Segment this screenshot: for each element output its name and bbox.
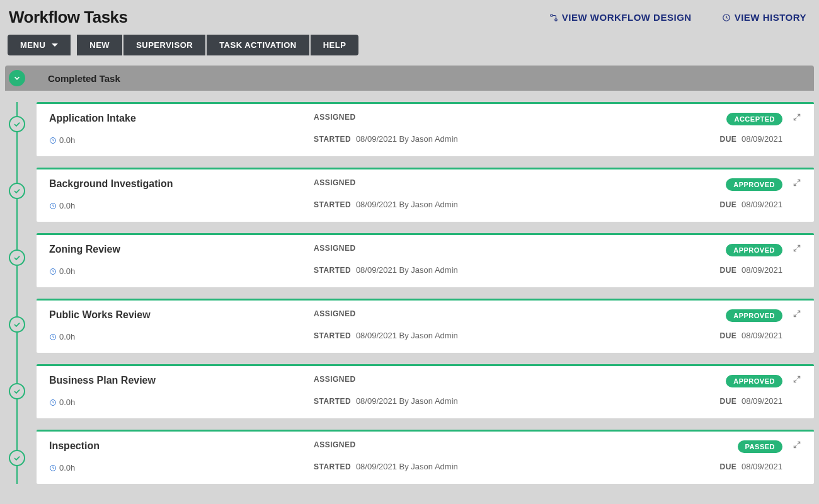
- clock-icon: [49, 464, 57, 472]
- task-marker: [9, 249, 25, 266]
- check-icon: [13, 253, 21, 262]
- expand-icon: [793, 178, 801, 187]
- task-started: STARTED 08/09/2021 By Jason Admin: [314, 462, 656, 474]
- view-history-link[interactable]: VIEW HISTORY: [722, 12, 806, 23]
- expand-icon: [793, 309, 801, 318]
- new-button[interactable]: NEW: [77, 35, 122, 55]
- task-title: Business Plan Review: [49, 375, 314, 390]
- view-workflow-design-link[interactable]: VIEW WORKFLOW DESIGN: [549, 12, 692, 23]
- expand-icon: [793, 244, 801, 253]
- task-duration: 0.0h: [49, 134, 314, 146]
- task-duration: 0.0h: [49, 331, 314, 343]
- task-marker: [9, 383, 25, 399]
- task-card[interactable]: Public Works ReviewASSIGNEDAPPROVED0.0hS…: [37, 299, 814, 353]
- task-duration: 0.0h: [49, 265, 314, 277]
- assigned-label: ASSIGNED: [314, 178, 656, 193]
- status-badge: APPROVED: [726, 375, 782, 390]
- task-duration: 0.0h: [49, 462, 314, 474]
- chevron-down-icon: [52, 43, 58, 47]
- task-card[interactable]: Application IntakeASSIGNEDACCEPTED0.0hST…: [37, 102, 814, 156]
- timeline-line: [16, 102, 18, 484]
- task-started: STARTED 08/09/2021 By Jason Admin: [314, 396, 656, 408]
- task-card[interactable]: Zoning ReviewASSIGNEDAPPROVED0.0hSTARTED…: [37, 233, 814, 287]
- clock-icon: [49, 137, 57, 144]
- clock-icon: [49, 333, 57, 341]
- workflow-icon: [549, 13, 558, 22]
- status-badge: PASSED: [738, 440, 782, 455]
- expand-button[interactable]: [793, 309, 801, 321]
- expand-icon: [793, 113, 801, 122]
- task-due: DUE 08/09/2021: [719, 265, 782, 277]
- task-timeline: Application IntakeASSIGNEDACCEPTED0.0hST…: [5, 102, 814, 484]
- page-title: Workflow Tasks: [9, 8, 128, 27]
- header-links: VIEW WORKFLOW DESIGN VIEW HISTORY: [549, 12, 806, 23]
- assigned-label: ASSIGNED: [314, 113, 656, 128]
- view-history-label: VIEW HISTORY: [735, 12, 806, 23]
- svg-point-0: [551, 14, 553, 16]
- expand-button[interactable]: [793, 244, 801, 255]
- view-workflow-design-label: VIEW WORKFLOW DESIGN: [562, 12, 692, 23]
- task-card[interactable]: Business Plan ReviewASSIGNEDAPPROVED0.0h…: [37, 364, 814, 418]
- help-button[interactable]: HELP: [311, 35, 359, 55]
- section-title: Completed Task: [48, 73, 120, 84]
- task-started: STARTED 08/09/2021 By Jason Admin: [314, 200, 656, 212]
- clock-icon: [49, 202, 57, 210]
- check-icon: [13, 120, 21, 129]
- supervisor-button[interactable]: SUPERVISOR: [123, 35, 205, 55]
- status-badge: APPROVED: [726, 244, 782, 259]
- task-duration: 0.0h: [49, 200, 314, 212]
- task-activation-button[interactable]: TASK ACTIVATION: [207, 35, 309, 55]
- task-title: Zoning Review: [49, 244, 314, 259]
- task-title: Public Works Review: [49, 309, 314, 324]
- task-due: DUE 08/09/2021: [719, 331, 782, 343]
- assigned-label: ASSIGNED: [314, 440, 656, 455]
- task-due: DUE 08/09/2021: [719, 134, 782, 146]
- check-icon: [13, 186, 21, 195]
- status-badge: APPROVED: [726, 309, 782, 324]
- task-title: Inspection: [49, 440, 314, 455]
- assigned-label: ASSIGNED: [314, 309, 656, 324]
- expand-button[interactable]: [793, 178, 801, 190]
- chevron-down-icon: [13, 74, 21, 83]
- page-header: Workflow Tasks VIEW WORKFLOW DESIGN VIEW…: [0, 0, 819, 32]
- task-card[interactable]: Background InvestigationASSIGNEDAPPROVED…: [37, 168, 814, 222]
- expand-button[interactable]: [793, 440, 801, 452]
- task-started: STARTED 08/09/2021 By Jason Admin: [314, 331, 656, 343]
- task-marker: [9, 450, 25, 466]
- menu-label: MENU: [20, 40, 45, 50]
- section-toggle-marker[interactable]: [9, 70, 25, 86]
- clock-icon: [49, 399, 57, 406]
- task-started: STARTED 08/09/2021 By Jason Admin: [314, 265, 656, 277]
- task-due: DUE 08/09/2021: [719, 396, 782, 408]
- status-badge: ACCEPTED: [726, 113, 782, 128]
- task-card[interactable]: InspectionASSIGNEDPASSED0.0hSTARTED 08/0…: [37, 430, 814, 484]
- menu-button[interactable]: MENU: [8, 35, 71, 55]
- expand-icon: [793, 440, 801, 449]
- task-marker: [9, 316, 25, 333]
- clock-icon: [722, 13, 731, 22]
- task-due: DUE 08/09/2021: [719, 462, 782, 474]
- section-header-completed[interactable]: Completed Task: [5, 66, 814, 91]
- task-title: Application Intake: [49, 113, 314, 128]
- task-started: STARTED 08/09/2021 By Jason Admin: [314, 134, 656, 146]
- assigned-label: ASSIGNED: [314, 244, 656, 259]
- task-marker: [9, 183, 25, 199]
- expand-button[interactable]: [793, 113, 801, 124]
- task-due: DUE 08/09/2021: [719, 200, 782, 212]
- task-title: Background Investigation: [49, 178, 314, 193]
- toolbar: MENU NEW SUPERVISOR TASK ACTIVATION HELP: [0, 32, 819, 66]
- assigned-label: ASSIGNED: [314, 375, 656, 390]
- status-badge: APPROVED: [726, 178, 782, 193]
- check-icon: [13, 454, 21, 462]
- check-icon: [13, 387, 21, 396]
- task-marker: [9, 116, 25, 132]
- expand-button[interactable]: [793, 375, 801, 386]
- task-duration: 0.0h: [49, 396, 314, 408]
- svg-point-1: [555, 18, 558, 21]
- check-icon: [13, 320, 21, 329]
- expand-icon: [793, 375, 801, 384]
- clock-icon: [49, 268, 57, 275]
